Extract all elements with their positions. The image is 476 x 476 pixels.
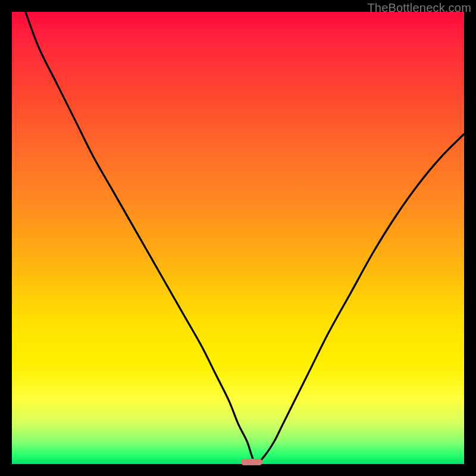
- optimal-point-marker: [241, 459, 262, 465]
- bottleneck-curve: [12, 12, 464, 464]
- chart-frame: TheBottleneck.com: [0, 0, 476, 476]
- plot-area: [12, 12, 464, 464]
